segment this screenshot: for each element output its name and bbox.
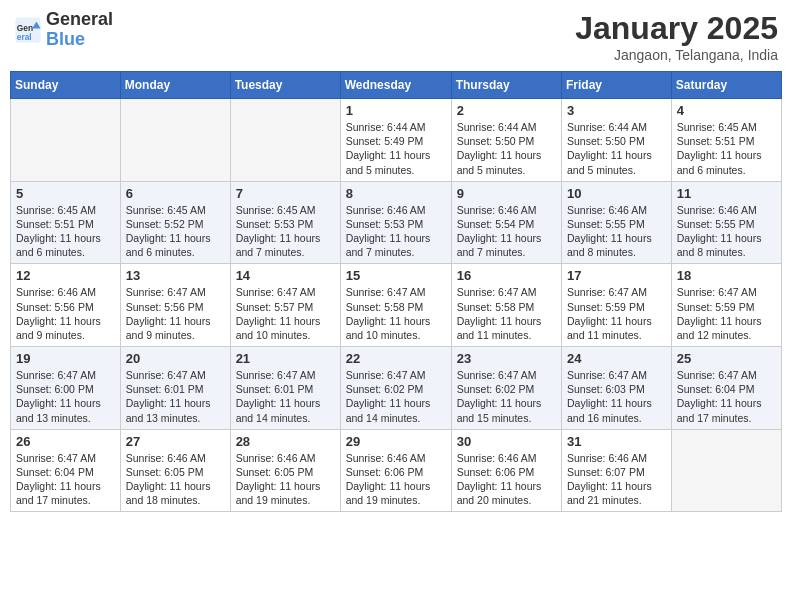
svg-text:eral: eral [17, 32, 32, 42]
calendar-day-cell: 13Sunrise: 6:47 AMSunset: 5:56 PMDayligh… [120, 264, 230, 347]
weekday-header-wednesday: Wednesday [340, 72, 451, 99]
weekday-header-sunday: Sunday [11, 72, 121, 99]
day-number: 8 [346, 186, 446, 201]
day-number: 15 [346, 268, 446, 283]
calendar-day-cell: 28Sunrise: 6:46 AMSunset: 6:05 PMDayligh… [230, 429, 340, 512]
calendar-day-cell: 27Sunrise: 6:46 AMSunset: 6:05 PMDayligh… [120, 429, 230, 512]
day-number: 24 [567, 351, 666, 366]
calendar-week-row: 12Sunrise: 6:46 AMSunset: 5:56 PMDayligh… [11, 264, 782, 347]
calendar-day-cell: 22Sunrise: 6:47 AMSunset: 6:02 PMDayligh… [340, 347, 451, 430]
day-number: 3 [567, 103, 666, 118]
day-info: Sunrise: 6:46 AMSunset: 6:07 PMDaylight:… [567, 451, 666, 508]
calendar-day-cell: 21Sunrise: 6:47 AMSunset: 6:01 PMDayligh… [230, 347, 340, 430]
calendar-day-cell: 29Sunrise: 6:46 AMSunset: 6:06 PMDayligh… [340, 429, 451, 512]
day-info: Sunrise: 6:47 AMSunset: 5:58 PMDaylight:… [346, 285, 446, 342]
calendar-day-cell: 23Sunrise: 6:47 AMSunset: 6:02 PMDayligh… [451, 347, 561, 430]
calendar-week-row: 19Sunrise: 6:47 AMSunset: 6:00 PMDayligh… [11, 347, 782, 430]
calendar-day-cell: 5Sunrise: 6:45 AMSunset: 5:51 PMDaylight… [11, 181, 121, 264]
calendar-day-cell: 15Sunrise: 6:47 AMSunset: 5:58 PMDayligh… [340, 264, 451, 347]
calendar-day-cell: 2Sunrise: 6:44 AMSunset: 5:50 PMDaylight… [451, 99, 561, 182]
day-number: 10 [567, 186, 666, 201]
day-info: Sunrise: 6:45 AMSunset: 5:51 PMDaylight:… [677, 120, 776, 177]
day-number: 16 [457, 268, 556, 283]
day-number: 9 [457, 186, 556, 201]
calendar-day-cell: 7Sunrise: 6:45 AMSunset: 5:53 PMDaylight… [230, 181, 340, 264]
weekday-header-friday: Friday [562, 72, 672, 99]
logo: Gen eral General Blue [14, 10, 113, 50]
day-number: 29 [346, 434, 446, 449]
day-info: Sunrise: 6:47 AMSunset: 6:04 PMDaylight:… [16, 451, 115, 508]
day-number: 5 [16, 186, 115, 201]
day-info: Sunrise: 6:46 AMSunset: 5:54 PMDaylight:… [457, 203, 556, 260]
calendar-day-cell: 31Sunrise: 6:46 AMSunset: 6:07 PMDayligh… [562, 429, 672, 512]
calendar-day-cell: 30Sunrise: 6:46 AMSunset: 6:06 PMDayligh… [451, 429, 561, 512]
calendar-day-cell: 3Sunrise: 6:44 AMSunset: 5:50 PMDaylight… [562, 99, 672, 182]
calendar-day-cell: 9Sunrise: 6:46 AMSunset: 5:54 PMDaylight… [451, 181, 561, 264]
day-info: Sunrise: 6:44 AMSunset: 5:50 PMDaylight:… [457, 120, 556, 177]
page-header: Gen eral General Blue January 2025 Janga… [10, 10, 782, 63]
weekday-header-tuesday: Tuesday [230, 72, 340, 99]
day-info: Sunrise: 6:47 AMSunset: 6:02 PMDaylight:… [457, 368, 556, 425]
day-number: 12 [16, 268, 115, 283]
day-number: 2 [457, 103, 556, 118]
calendar-day-cell: 4Sunrise: 6:45 AMSunset: 5:51 PMDaylight… [671, 99, 781, 182]
calendar-day-cell: 26Sunrise: 6:47 AMSunset: 6:04 PMDayligh… [11, 429, 121, 512]
day-number: 6 [126, 186, 225, 201]
day-info: Sunrise: 6:47 AMSunset: 6:02 PMDaylight:… [346, 368, 446, 425]
day-number: 20 [126, 351, 225, 366]
day-number: 21 [236, 351, 335, 366]
weekday-header-thursday: Thursday [451, 72, 561, 99]
calendar-table: SundayMondayTuesdayWednesdayThursdayFrid… [10, 71, 782, 512]
day-info: Sunrise: 6:46 AMSunset: 6:05 PMDaylight:… [126, 451, 225, 508]
day-info: Sunrise: 6:47 AMSunset: 5:56 PMDaylight:… [126, 285, 225, 342]
day-info: Sunrise: 6:44 AMSunset: 5:50 PMDaylight:… [567, 120, 666, 177]
day-info: Sunrise: 6:46 AMSunset: 5:55 PMDaylight:… [567, 203, 666, 260]
day-number: 19 [16, 351, 115, 366]
day-number: 1 [346, 103, 446, 118]
day-info: Sunrise: 6:46 AMSunset: 6:06 PMDaylight:… [346, 451, 446, 508]
day-info: Sunrise: 6:46 AMSunset: 5:55 PMDaylight:… [677, 203, 776, 260]
calendar-day-cell [120, 99, 230, 182]
day-info: Sunrise: 6:44 AMSunset: 5:49 PMDaylight:… [346, 120, 446, 177]
day-info: Sunrise: 6:47 AMSunset: 5:59 PMDaylight:… [567, 285, 666, 342]
day-number: 14 [236, 268, 335, 283]
day-info: Sunrise: 6:46 AMSunset: 5:53 PMDaylight:… [346, 203, 446, 260]
day-number: 31 [567, 434, 666, 449]
calendar-week-row: 5Sunrise: 6:45 AMSunset: 5:51 PMDaylight… [11, 181, 782, 264]
day-number: 26 [16, 434, 115, 449]
calendar-day-cell: 12Sunrise: 6:46 AMSunset: 5:56 PMDayligh… [11, 264, 121, 347]
day-info: Sunrise: 6:46 AMSunset: 5:56 PMDaylight:… [16, 285, 115, 342]
day-number: 25 [677, 351, 776, 366]
day-number: 11 [677, 186, 776, 201]
location-subtitle: Jangaon, Telangana, India [575, 47, 778, 63]
calendar-day-cell: 16Sunrise: 6:47 AMSunset: 5:58 PMDayligh… [451, 264, 561, 347]
calendar-day-cell: 10Sunrise: 6:46 AMSunset: 5:55 PMDayligh… [562, 181, 672, 264]
day-number: 22 [346, 351, 446, 366]
day-number: 30 [457, 434, 556, 449]
day-info: Sunrise: 6:47 AMSunset: 5:57 PMDaylight:… [236, 285, 335, 342]
weekday-header-row: SundayMondayTuesdayWednesdayThursdayFrid… [11, 72, 782, 99]
calendar-day-cell [671, 429, 781, 512]
day-number: 4 [677, 103, 776, 118]
day-info: Sunrise: 6:45 AMSunset: 5:52 PMDaylight:… [126, 203, 225, 260]
calendar-day-cell: 20Sunrise: 6:47 AMSunset: 6:01 PMDayligh… [120, 347, 230, 430]
day-info: Sunrise: 6:47 AMSunset: 6:01 PMDaylight:… [236, 368, 335, 425]
logo-text: General Blue [46, 10, 113, 50]
calendar-day-cell: 11Sunrise: 6:46 AMSunset: 5:55 PMDayligh… [671, 181, 781, 264]
day-info: Sunrise: 6:45 AMSunset: 5:51 PMDaylight:… [16, 203, 115, 260]
calendar-day-cell: 25Sunrise: 6:47 AMSunset: 6:04 PMDayligh… [671, 347, 781, 430]
calendar-day-cell [230, 99, 340, 182]
month-title: January 2025 [575, 10, 778, 47]
day-info: Sunrise: 6:47 AMSunset: 6:03 PMDaylight:… [567, 368, 666, 425]
day-number: 13 [126, 268, 225, 283]
day-info: Sunrise: 6:45 AMSunset: 5:53 PMDaylight:… [236, 203, 335, 260]
calendar-day-cell: 14Sunrise: 6:47 AMSunset: 5:57 PMDayligh… [230, 264, 340, 347]
weekday-header-monday: Monday [120, 72, 230, 99]
logo-icon: Gen eral [14, 16, 42, 44]
day-info: Sunrise: 6:47 AMSunset: 5:59 PMDaylight:… [677, 285, 776, 342]
calendar-day-cell: 1Sunrise: 6:44 AMSunset: 5:49 PMDaylight… [340, 99, 451, 182]
calendar-week-row: 26Sunrise: 6:47 AMSunset: 6:04 PMDayligh… [11, 429, 782, 512]
day-info: Sunrise: 6:47 AMSunset: 6:00 PMDaylight:… [16, 368, 115, 425]
day-info: Sunrise: 6:46 AMSunset: 6:05 PMDaylight:… [236, 451, 335, 508]
weekday-header-saturday: Saturday [671, 72, 781, 99]
